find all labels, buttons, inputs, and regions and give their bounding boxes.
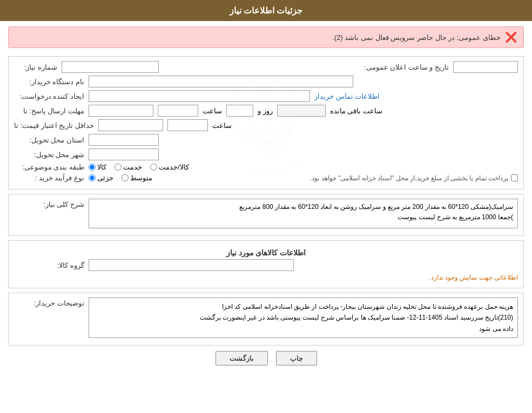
main-content: AriaTender.net 1403/06/21 - 07:39 تاریخ … (0, 53, 532, 376)
buyer-desc-line3: داده می شود (479, 325, 513, 333)
form-section: AriaTender.net 1403/06/21 - 07:39 تاریخ … (8, 56, 524, 189)
reply-time-label: ساعت (203, 107, 222, 115)
need-number-input[interactable]: 1103003379000054 (62, 61, 159, 73)
reply-time-input[interactable]: 08:00 (158, 105, 198, 117)
reply-days-input[interactable]: 6 (226, 105, 253, 117)
purchase-type-radio-medium[interactable] (122, 174, 129, 181)
category-option-service[interactable]: خدمت (115, 163, 142, 171)
category-label-goods: کالا (97, 163, 106, 171)
buyer-desc-box: هزینه حمل برعهده فروشنده تا محل تخلیه زن… (89, 297, 518, 338)
category-radio-service[interactable] (115, 164, 122, 171)
purchase-type-label-medium: متوسط (130, 174, 152, 182)
buyer-desc-section: هزینه حمل برعهده فروشنده تا محل تخلیه زن… (8, 293, 524, 346)
announce-date-label: تاریخ و ساعت اعلان عمومی: (364, 63, 449, 71)
page-title: جزئیات اطلاعات نیاز (230, 6, 303, 15)
checkbox-label: پرداخت تمام یا بخشی از مبلغ خرید،از محل … (310, 174, 508, 182)
print-button[interactable]: چاپ (276, 351, 317, 365)
row-creator: اطلاعات تماس خریدار محمد فیادی کاربرداز … (14, 90, 518, 102)
need-number-label: شماره نیاز: (14, 63, 57, 71)
delivery-city-label: شهر محل تحویل: (14, 151, 84, 159)
reply-date-input[interactable]: 1403/06/28 (89, 105, 153, 117)
purchase-type-radio-minor[interactable] (89, 174, 96, 181)
back-button[interactable]: بازگشت (216, 351, 268, 365)
row-delivery-province: کردستان استان محل تحویل: (14, 134, 518, 146)
row-category: کالا/خدمت خدمت کالا طبقه بندی موضوعی: (14, 163, 518, 171)
announce-date-input[interactable]: 1403/06/21 - 07:39 (453, 61, 518, 73)
buyer-org-input[interactable]: اداره کل زندان ها و اقدامات تامینی و ترب… (89, 76, 353, 87)
goods-group-label: گروه کالا: (14, 261, 84, 269)
goods-section: اطلاعات کالاهای مورد نیاز تاسیسات و مصال… (8, 240, 524, 288)
goods-group-input[interactable]: تاسیسات و مصالح ساختمانی (89, 259, 294, 271)
reply-countdown-input[interactable]: 23:44:48 (277, 105, 326, 117)
need-summary-box: سرامیک(مشکی 120*60 به مقدار 200 متر مربع… (89, 199, 518, 228)
row-need-summary: سرامیک(مشکی 120*60 به مقدار 200 متر مربع… (14, 199, 518, 228)
need-summary-line2: )جمعا 1000 مترمربع به شرح لیست پیوست (398, 213, 513, 221)
row-price-validity: ساعت 12:00 1403/07/30 حداقل تاریخ اعتبار… (14, 119, 518, 131)
islamic-treasury-checkbox[interactable] (511, 174, 518, 181)
row-buyer-desc: هزینه حمل برعهده فروشنده تا محل تخلیه زن… (14, 297, 518, 338)
buyer-desc-line1: هزینه حمل برعهده فروشنده تا محل تخلیه زن… (222, 303, 513, 310)
error-message: خطای عمومی: در حال حاضر سرویس فعال نمی ب… (332, 33, 501, 42)
error-icon: ❌ (505, 31, 517, 43)
checkbox-row: پرداخت تمام یا بخشی از مبلغ خرید،از محل … (157, 174, 518, 182)
delivery-province-label: استان محل تحویل: (14, 136, 84, 144)
category-label: طبقه بندی موضوعی: (14, 163, 84, 171)
category-radio-group: کالا/خدمت خدمت کالا (89, 163, 189, 171)
reply-deadline-label: مهلت ارسال پاسخ: تا (14, 107, 84, 115)
delivery-city-input[interactable]: سنندج (89, 148, 159, 160)
purchase-type-radio-group: متوسط جزئی (89, 174, 152, 182)
reply-days-label: روز و (258, 107, 273, 115)
buyer-org-label: نام دستگاه خریدار: (14, 78, 84, 86)
category-radio-goods-services[interactable] (150, 164, 157, 171)
category-label-service: خدمت (123, 163, 142, 171)
error-banner: ❌ خطای عمومی: در حال حاضر سرویس فعال نمی… (8, 26, 524, 48)
buyer-desc-label: توضیحات خریدار: (14, 299, 84, 307)
no-info-text: اطلاعاتی جهت نمایش وجود ندارد. (14, 274, 518, 281)
purchase-type-label-minor: جزئی (97, 174, 113, 182)
row-need-number: 1403/06/21 - 07:39 تاریخ و ساعت اعلان عم… (14, 61, 518, 73)
purchase-type-minor[interactable]: جزئی (89, 174, 113, 182)
reply-countdown-suffix: ساعت باقی مانده (330, 107, 382, 115)
row-buyer-org: اداره کل زندان ها و اقدامات تامینی و ترب… (14, 76, 518, 87)
row-purchase-type: پرداخت تمام یا بخشی از مبلغ خرید،از محل … (14, 174, 518, 182)
price-time-label: ساعت (212, 121, 232, 130)
delivery-province-input[interactable]: کردستان (89, 134, 159, 146)
category-label-goods-services: کالا/خدمت (159, 163, 189, 171)
need-summary-section: سرامیک(مشکی 120*60 به مقدار 200 متر مربع… (8, 194, 524, 236)
page-header: جزئیات اطلاعات نیاز (0, 0, 532, 21)
category-option-goods[interactable]: کالا (89, 163, 106, 171)
goods-section-title: اطلاعات کالاهای مورد نیاز (14, 248, 518, 257)
price-time-input[interactable]: 12:00 (167, 119, 208, 131)
buttons-row: چاپ بازگشت (8, 351, 524, 365)
row-goods-group: تاسیسات و مصالح ساختمانی گروه کالا: (14, 259, 518, 271)
purchase-type-medium[interactable]: متوسط (122, 174, 152, 182)
need-summary-line1: سرامیک(مشکی 120*60 به مقدار 200 متر مربع… (239, 203, 513, 211)
creator-label: ایجاد کننده درخواست: (14, 92, 84, 100)
row-delivery-city: سنندج شهر محل تحویل: (14, 148, 518, 160)
creator-input[interactable]: محمد فیادی کاربرداز اداره کل زندان ها و … (89, 90, 310, 102)
need-summary-label: شرح کلی نیاز: (14, 200, 84, 208)
category-radio-goods[interactable] (89, 164, 96, 171)
creator-contact-link[interactable]: اطلاعات تماس خریدار (314, 92, 380, 100)
category-option-goods-services[interactable]: کالا/خدمت (150, 163, 189, 171)
buyer-desc-line2: (210)تاریخ سررسید اسناد 1405-11-12- ضمنا… (200, 314, 513, 321)
price-date-input[interactable]: 1403/07/30 (98, 119, 163, 131)
purchase-type-label: نوع فرآیند خرید : (14, 174, 84, 182)
price-validity-label: حداقل تاریخ اعتبار قیمت: تا (14, 121, 94, 130)
row-reply-deadline: ساعت باقی مانده 23:44:48 روز و 6 ساعت 08… (14, 105, 518, 117)
